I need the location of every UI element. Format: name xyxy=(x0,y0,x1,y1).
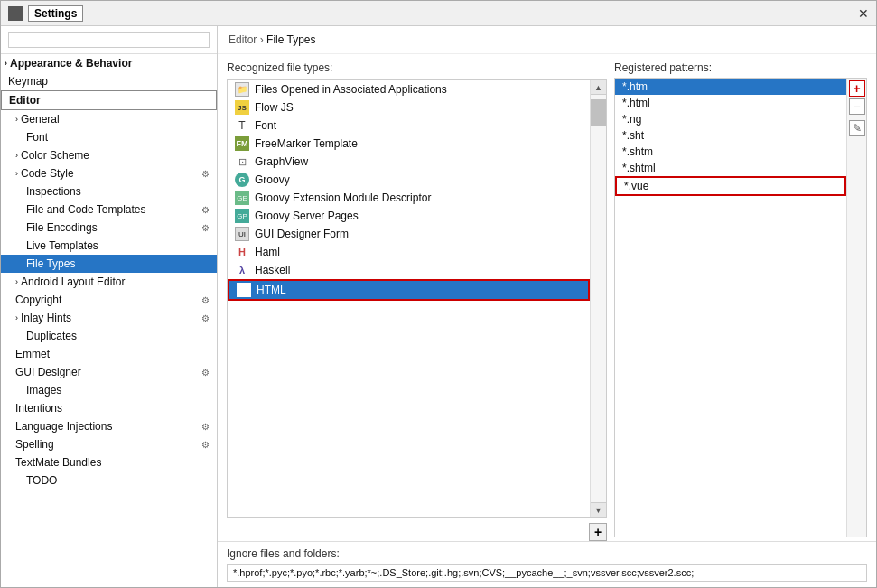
breadcrumb-parent: Editor xyxy=(229,33,257,46)
sidebar-item-inlay-hints[interactable]: › Inlay Hints ⚙ xyxy=(1,309,217,327)
two-column-layout: Recognized file types: 📁 Files Opened in… xyxy=(218,54,876,541)
sidebar-item-font[interactable]: Font xyxy=(1,128,217,146)
add-filetype-button[interactable]: + xyxy=(589,523,607,541)
item-label: GUI Designer Form xyxy=(255,228,349,240)
pattern-item[interactable]: *.shtml xyxy=(615,160,846,176)
window-title: Settings xyxy=(28,5,83,22)
list-item[interactable]: G Groovy xyxy=(228,171,590,189)
sidebar-item-editor[interactable]: Editor xyxy=(1,90,217,110)
groovy-ext-icon: GE xyxy=(235,191,249,205)
add-pattern-button[interactable]: + xyxy=(849,80,865,97)
sidebar-label: Live Templates xyxy=(26,239,98,252)
pattern-item[interactable]: *.ng xyxy=(615,111,846,127)
list-item[interactable]: 📁 Files Opened in Associated Application… xyxy=(228,80,590,98)
sidebar-item-inspections[interactable]: Inspections xyxy=(1,182,217,201)
sidebar-item-spelling[interactable]: Spelling ⚙ xyxy=(1,435,217,453)
scroll-up-button[interactable]: ▲ xyxy=(591,80,606,95)
file-list-scrollbar: ▲ ▼ xyxy=(590,80,606,517)
sidebar-item-file-types[interactable]: File Types xyxy=(1,255,217,273)
sidebar-item-file-encodings[interactable]: File Encodings ⚙ xyxy=(1,219,217,237)
list-item[interactable]: ⊡ GraphView xyxy=(228,153,590,171)
sidebar-item-general[interactable]: › General xyxy=(1,110,217,128)
file-list[interactable]: 📁 Files Opened in Associated Application… xyxy=(228,80,590,517)
scrollbar-thumb[interactable] xyxy=(591,99,606,126)
pattern-item[interactable]: *.html xyxy=(615,95,846,111)
sidebar-item-copyright[interactable]: Copyright ⚙ xyxy=(1,291,217,309)
groovy-server-icon: GP xyxy=(235,209,249,223)
close-button[interactable]: ✕ xyxy=(858,6,869,21)
gear-icon: ⚙ xyxy=(201,313,210,323)
sidebar-label: Intentions xyxy=(15,402,62,415)
item-label: Font xyxy=(255,119,276,132)
remove-pattern-button[interactable]: − xyxy=(849,98,865,115)
sidebar-label: Appearance & Behavior xyxy=(10,57,132,70)
sidebar-label: Inspections xyxy=(26,185,81,198)
patterns-label: Registered patterns: xyxy=(614,61,867,74)
edit-pattern-button[interactable]: ✎ xyxy=(849,120,865,136)
list-item[interactable]: GE Groovy Extension Module Descriptor xyxy=(228,189,590,207)
ignore-label: Ignore files and folders: xyxy=(227,547,867,560)
file-list-wrapper: 📁 Files Opened in Associated Application… xyxy=(227,79,607,518)
sidebar-label: File and Code Templates xyxy=(26,203,146,216)
registered-patterns-column: Registered patterns: *.htm *.html *.ng xyxy=(614,61,867,541)
list-item[interactable]: λ Haskell xyxy=(228,261,590,279)
sidebar-item-live-templates[interactable]: Live Templates xyxy=(1,237,217,255)
recognized-types-column: Recognized file types: 📁 Files Opened in… xyxy=(227,61,607,541)
pattern-item-vue[interactable]: *.vue xyxy=(615,176,846,196)
patterns-list[interactable]: *.htm *.html *.ng *.sht xyxy=(615,79,846,537)
item-label: Files Opened in Associated Applications xyxy=(255,83,447,96)
pattern-item[interactable]: *.sht xyxy=(615,127,846,144)
ignore-input[interactable] xyxy=(227,564,867,582)
list-item[interactable]: FM FreeMarker Template xyxy=(228,135,590,153)
gear-icon: ⚙ xyxy=(201,169,210,179)
sidebar-item-file-code-templates[interactable]: File and Code Templates ⚙ xyxy=(1,201,217,219)
title-bar: Settings ✕ xyxy=(1,1,876,26)
breadcrumb-current: File Types xyxy=(266,33,315,46)
sidebar-label: General xyxy=(21,113,60,126)
font-icon: T xyxy=(235,118,249,133)
chevron-icon: › xyxy=(15,313,18,322)
list-item[interactable]: JS Flow JS xyxy=(228,98,590,117)
chevron-icon: › xyxy=(15,277,18,286)
sidebar-label: Copyright xyxy=(15,294,61,306)
pattern-item[interactable]: *.shtm xyxy=(615,144,846,160)
sidebar-item-android-layout-editor[interactable]: › Android Layout Editor xyxy=(1,273,217,291)
sidebar-item-duplicates[interactable]: Duplicates xyxy=(1,327,217,345)
sidebar-label: Font xyxy=(26,131,48,144)
sidebar-item-textmate-bundles[interactable]: TextMate Bundles xyxy=(1,453,217,471)
item-label: Haml xyxy=(255,246,280,258)
search-input[interactable] xyxy=(8,32,210,48)
sidebar-item-todo[interactable]: TODO xyxy=(1,471,217,490)
sidebar-item-code-style[interactable]: › Code Style ⚙ xyxy=(1,164,217,182)
patterns-container: *.htm *.html *.ng *.sht xyxy=(614,78,867,537)
list-item[interactable]: UI GUI Designer Form xyxy=(228,225,590,243)
list-item[interactable]: H Haml xyxy=(228,243,590,261)
item-label: Groovy Server Pages xyxy=(255,210,359,222)
sidebar-item-gui-designer[interactable]: GUI Designer ⚙ xyxy=(1,363,217,381)
list-item[interactable]: T Font xyxy=(228,117,590,135)
gear-icon: ⚙ xyxy=(201,440,210,450)
sidebar-item-keymap[interactable]: Keymap xyxy=(1,72,217,90)
sidebar-item-images[interactable]: Images xyxy=(1,381,217,399)
item-label: Groovy xyxy=(255,173,290,186)
sidebar-item-emmet[interactable]: Emmet xyxy=(1,345,217,363)
item-label: FreeMarker Template xyxy=(255,137,358,150)
sidebar-item-color-scheme[interactable]: › Color Scheme xyxy=(1,146,217,164)
main-layout: › Appearance & Behavior Keymap Editor › … xyxy=(1,26,876,587)
sidebar-item-appearance[interactable]: › Appearance & Behavior xyxy=(1,54,217,72)
sidebar-label: Inlay Hints xyxy=(21,312,71,324)
chevron-icon: › xyxy=(15,151,18,160)
gear-icon: ⚙ xyxy=(201,295,210,305)
list-item-html[interactable]: H HTML xyxy=(228,279,590,301)
sidebar-item-language-injections[interactable]: Language Injections ⚙ xyxy=(1,417,217,435)
pattern-item[interactable]: *.htm xyxy=(615,79,846,95)
sidebar-item-intentions[interactable]: Intentions xyxy=(1,399,217,417)
list-item[interactable]: GP Groovy Server Pages xyxy=(228,207,590,225)
sidebar-label: TODO xyxy=(26,474,57,487)
scrollbar-track xyxy=(591,95,606,502)
ignore-section: Ignore files and folders: xyxy=(218,541,876,587)
sidebar-label: Android Layout Editor xyxy=(21,275,125,288)
sidebar-label: Duplicates xyxy=(26,330,77,342)
app-icon xyxy=(8,6,23,21)
scroll-down-button[interactable]: ▼ xyxy=(591,502,606,517)
